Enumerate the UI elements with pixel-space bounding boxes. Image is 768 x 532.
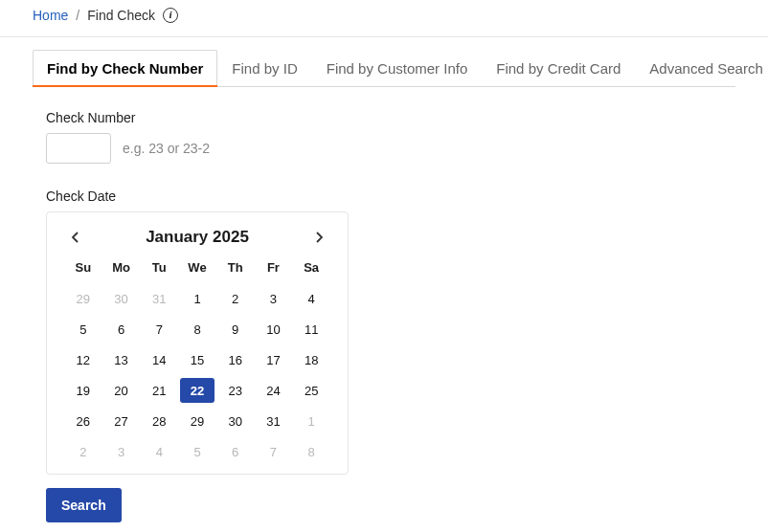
calendar-day[interactable]: 22 (180, 378, 215, 403)
date-picker: January 2025 SuMoTuWeThFrSa2930311234567… (46, 211, 349, 475)
calendar-day[interactable]: 8 (292, 439, 330, 464)
tab-find-by-credit-card[interactable]: Find by Credit Card (482, 50, 635, 87)
calendar-day[interactable]: 5 (178, 439, 216, 464)
breadcrumb-separator: / (76, 8, 79, 23)
prev-month-button[interactable] (64, 226, 87, 249)
calendar-day[interactable]: 6 (216, 439, 255, 464)
tab-advanced-search[interactable]: Advanced Search (635, 50, 768, 87)
check-number-label: Check Number (46, 110, 722, 125)
day-of-week-header: Mo (102, 258, 141, 280)
info-icon[interactable]: i (163, 8, 178, 23)
calendar-day[interactable]: 7 (255, 439, 293, 464)
tab-find-by-customer-info[interactable]: Find by Customer Info (312, 50, 483, 87)
tab-bar: Find by Check Number Find by ID Find by … (33, 49, 735, 87)
calendar-day[interactable]: 19 (64, 378, 102, 403)
day-of-week-header: Tu (140, 258, 178, 280)
calendar-day[interactable]: 10 (255, 317, 293, 342)
calendar-day[interactable]: 3 (102, 439, 141, 464)
calendar-day[interactable]: 9 (216, 317, 255, 342)
calendar-day[interactable]: 16 (216, 347, 255, 372)
calendar-day[interactable]: 29 (64, 286, 102, 311)
calendar-day[interactable]: 1 (178, 286, 216, 311)
calendar-day[interactable]: 2 (64, 439, 102, 464)
calendar-day[interactable]: 5 (64, 317, 102, 342)
calendar-day[interactable]: 31 (140, 286, 178, 311)
calendar-day[interactable]: 30 (102, 286, 141, 311)
breadcrumb: Home / Find Check i (0, 0, 768, 37)
check-number-input[interactable] (46, 133, 111, 164)
day-of-week-header: Su (64, 258, 102, 280)
calendar-day[interactable]: 4 (140, 439, 178, 464)
calendar-day[interactable]: 15 (178, 347, 216, 372)
chevron-left-icon (71, 232, 80, 243)
calendar-day[interactable]: 11 (292, 317, 330, 342)
search-button[interactable]: Search (46, 488, 122, 522)
calendar-day[interactable]: 6 (102, 317, 141, 342)
calendar-day[interactable]: 30 (216, 409, 255, 433)
calendar-day[interactable]: 21 (140, 378, 178, 403)
check-date-label: Check Date (46, 188, 722, 204)
calendar-day[interactable]: 13 (102, 347, 141, 372)
calendar-day[interactable]: 12 (64, 347, 102, 372)
day-of-week-header: Fr (255, 258, 293, 280)
calendar-day[interactable]: 25 (292, 378, 330, 403)
calendar-day[interactable]: 8 (178, 317, 216, 342)
check-number-hint: e.g. 23 or 23-2 (123, 141, 210, 156)
calendar-day[interactable]: 26 (64, 409, 102, 433)
chevron-right-icon (314, 232, 324, 243)
tab-find-by-check-number[interactable]: Find by Check Number (33, 50, 217, 87)
calendar-day[interactable]: 2 (216, 286, 255, 311)
calendar-day[interactable]: 7 (140, 317, 178, 342)
calendar-day[interactable]: 29 (178, 409, 216, 433)
day-of-week-header: Th (216, 258, 255, 280)
calendar-day[interactable]: 14 (140, 347, 178, 372)
calendar-day[interactable]: 18 (292, 347, 330, 372)
day-of-week-header: We (178, 258, 216, 280)
calendar-day[interactable]: 20 (102, 378, 141, 403)
calendar-day[interactable]: 23 (216, 378, 255, 403)
calendar-day[interactable]: 4 (292, 286, 330, 311)
calendar-day[interactable]: 31 (255, 409, 293, 433)
breadcrumb-home[interactable]: Home (33, 8, 68, 23)
calendar-title: January 2025 (146, 228, 249, 247)
calendar-day[interactable]: 1 (292, 409, 330, 433)
breadcrumb-current: Find Check (87, 8, 155, 23)
next-month-button[interactable] (307, 226, 330, 249)
tab-find-by-id[interactable]: Find by ID (217, 50, 311, 87)
calendar-grid: SuMoTuWeThFrSa29303112345678910111213141… (64, 258, 330, 464)
calendar-day[interactable]: 28 (140, 409, 178, 433)
calendar-day[interactable]: 17 (255, 347, 293, 372)
calendar-day[interactable]: 27 (102, 409, 141, 433)
tab-content: Check Number e.g. 23 or 23-2 Check Date … (0, 87, 768, 532)
calendar-day[interactable]: 3 (255, 286, 293, 311)
day-of-week-header: Sa (292, 258, 330, 280)
calendar-day[interactable]: 24 (255, 378, 293, 403)
